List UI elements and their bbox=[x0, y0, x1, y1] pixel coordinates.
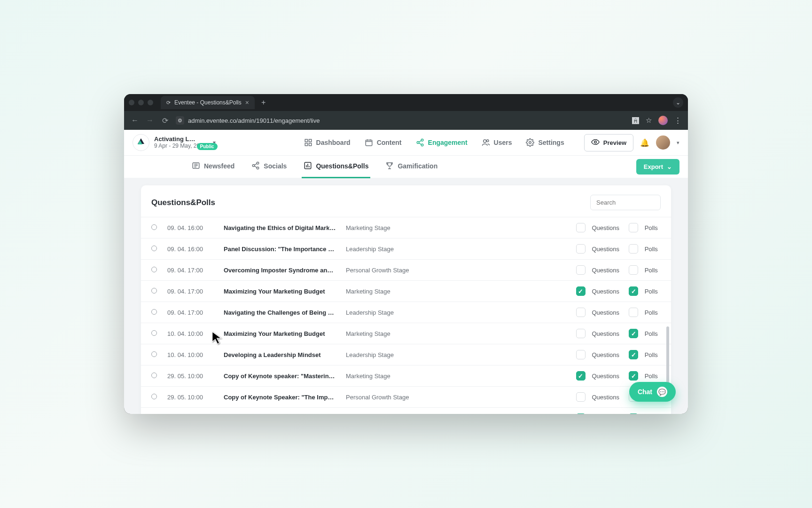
maximize-window-icon[interactable] bbox=[148, 100, 153, 105]
questions-checkbox[interactable] bbox=[576, 223, 586, 232]
questions-checkbox[interactable] bbox=[576, 308, 586, 317]
chevron-down-icon[interactable]: ▾ bbox=[677, 140, 679, 146]
event-title: Activating Lea… bbox=[154, 136, 196, 143]
table-row[interactable]: 09. 04. 17:00 Navigating the Challenges … bbox=[141, 302, 671, 323]
subnav-label: Newsfeed bbox=[204, 162, 234, 170]
row-title: Copy of Keynote Speaker: "The Impact of … bbox=[219, 387, 341, 408]
questions-label: Questions bbox=[592, 351, 619, 358]
questions-checkbox[interactable] bbox=[576, 371, 586, 381]
nav-content[interactable]: Content bbox=[365, 138, 402, 147]
tab-list-button[interactable]: ⌄ bbox=[673, 97, 683, 108]
subnav-newsfeed[interactable]: Newsfeed bbox=[190, 156, 236, 178]
sessions-table: 09. 04. 16:00 Navigating the Ethics of D… bbox=[141, 217, 671, 414]
polls-checkbox[interactable] bbox=[629, 350, 638, 359]
polls-checkbox[interactable] bbox=[629, 413, 638, 414]
close-tab-icon[interactable]: × bbox=[245, 99, 249, 106]
nav-users[interactable]: Users bbox=[482, 138, 512, 147]
polls-checkbox[interactable] bbox=[629, 244, 638, 254]
site-info-icon[interactable]: ⚙ bbox=[176, 116, 184, 125]
app-topbar: Activating Lea… 9 Apr - 29 May, 2024 ▾ P… bbox=[124, 130, 688, 155]
table-row[interactable]: 29. 05. 10:00 Copy of Keynote Speaker: "… bbox=[141, 387, 671, 408]
questions-checkbox[interactable] bbox=[576, 265, 586, 275]
browser-menu-icon[interactable]: ⋮ bbox=[674, 116, 681, 125]
row-title: Overcoming Imposter Syndrome and Buildin… bbox=[219, 260, 341, 281]
dashboard-icon bbox=[304, 138, 312, 147]
chat-button[interactable]: Chat 💬 bbox=[629, 382, 676, 402]
questions-checkbox[interactable] bbox=[576, 286, 586, 296]
svg-point-15 bbox=[257, 167, 259, 169]
questions-checkbox[interactable] bbox=[576, 392, 586, 402]
polls-label: Polls bbox=[645, 224, 658, 231]
row-radio[interactable] bbox=[151, 309, 157, 315]
url-field[interactable]: ⚙ admin.eventee.co/admin/19011/engagemen… bbox=[176, 116, 320, 125]
row-radio[interactable] bbox=[151, 224, 157, 230]
browser-tab[interactable]: ⟳ Eventee - Questions&Polls × bbox=[161, 96, 255, 109]
row-datetime: 10. 04. 10:00 bbox=[163, 344, 219, 365]
nav-engagement[interactable]: Engagement bbox=[416, 138, 468, 147]
user-avatar[interactable] bbox=[656, 135, 670, 150]
row-radio[interactable] bbox=[151, 373, 157, 378]
table-row[interactable]: 10. 04. 10:00 Developing a Leadership Mi… bbox=[141, 344, 671, 365]
table-row[interactable]: 29. 05. 10:00 Copy of Keynote Speaker: "… bbox=[141, 408, 671, 414]
reload-icon[interactable]: ⟳ bbox=[161, 116, 169, 125]
row-title: Copy of Keynote Speaker: "Leadership in … bbox=[219, 408, 341, 414]
translate-icon[interactable]: 🅰 bbox=[632, 117, 639, 125]
share-icon bbox=[251, 161, 260, 171]
svg-rect-4 bbox=[366, 140, 372, 146]
back-icon[interactable]: ← bbox=[131, 116, 139, 125]
polls-checkbox[interactable] bbox=[629, 223, 638, 232]
questions-label: Questions bbox=[592, 224, 619, 231]
row-radio[interactable] bbox=[151, 246, 157, 251]
poll-icon bbox=[304, 161, 312, 171]
table-row[interactable]: 09. 04. 17:00 Maximizing Your Marketing … bbox=[141, 281, 671, 302]
close-window-icon[interactable] bbox=[129, 100, 134, 105]
window-controls[interactable] bbox=[129, 100, 153, 105]
polls-checkbox[interactable] bbox=[629, 286, 638, 296]
polls-checkbox[interactable] bbox=[629, 329, 638, 338]
subnav-gamification[interactable]: Gamification bbox=[383, 156, 439, 178]
row-radio[interactable] bbox=[151, 394, 157, 399]
table-row[interactable]: 09. 04. 16:00 Panel Discussion: "The Imp… bbox=[141, 238, 671, 260]
search-input[interactable] bbox=[590, 195, 661, 210]
questions-label: Questions bbox=[592, 330, 619, 337]
polls-checkbox[interactable] bbox=[629, 308, 638, 317]
questions-checkbox[interactable] bbox=[576, 244, 586, 254]
notification-bell-icon[interactable]: 🔔 bbox=[640, 138, 649, 147]
row-title: Panel Discussion: "The Importance of Div… bbox=[219, 238, 341, 260]
polls-checkbox[interactable] bbox=[629, 265, 638, 275]
row-radio[interactable] bbox=[151, 267, 157, 272]
svg-rect-3 bbox=[309, 143, 311, 146]
table-row[interactable]: 10. 04. 10:00 Maximizing Your Marketing … bbox=[141, 323, 671, 344]
browser-tabbar: ⟳ Eventee - Questions&Polls × + ⌄ bbox=[124, 94, 688, 111]
table-row[interactable]: 09. 04. 17:00 Overcoming Imposter Syndro… bbox=[141, 260, 671, 281]
forward-icon[interactable]: → bbox=[146, 116, 154, 125]
polls-label: Polls bbox=[645, 288, 658, 295]
subnav-label: Gamification bbox=[398, 162, 437, 170]
table-row[interactable]: 09. 04. 16:00 Navigating the Ethics of D… bbox=[141, 217, 671, 238]
scrollbar-thumb[interactable] bbox=[666, 326, 669, 388]
questions-checkbox[interactable] bbox=[576, 329, 586, 338]
profile-avatar-icon[interactable] bbox=[658, 116, 668, 125]
questions-checkbox[interactable] bbox=[576, 350, 586, 359]
nav-label: Settings bbox=[538, 139, 564, 146]
subnav-socials[interactable]: Socials bbox=[250, 156, 289, 178]
nav-dashboard[interactable]: Dashboard bbox=[304, 138, 351, 147]
polls-checkbox[interactable] bbox=[629, 371, 638, 381]
row-radio[interactable] bbox=[151, 288, 157, 294]
row-stage: Leadership Stage bbox=[341, 302, 571, 323]
content-area: Questions&Polls 09. 04. 16:00 Navigating… bbox=[124, 178, 688, 414]
export-button[interactable]: Export ⌄ bbox=[636, 159, 679, 175]
new-tab-button[interactable]: + bbox=[258, 98, 268, 107]
preview-button[interactable]: Preview bbox=[584, 134, 633, 151]
row-datetime: 29. 05. 10:00 bbox=[163, 365, 219, 387]
bookmark-icon[interactable]: ☆ bbox=[646, 116, 652, 125]
subnav-questions-polls[interactable]: Questions&Polls bbox=[302, 156, 370, 178]
row-radio[interactable] bbox=[151, 351, 157, 357]
nav-settings[interactable]: Settings bbox=[526, 138, 564, 147]
row-radio[interactable] bbox=[151, 330, 157, 336]
table-row[interactable]: 29. 05. 10:00 Copy of Keynote speaker: "… bbox=[141, 365, 671, 387]
minimize-window-icon[interactable] bbox=[138, 100, 144, 105]
questions-checkbox[interactable] bbox=[576, 413, 586, 414]
trophy-icon bbox=[385, 161, 394, 171]
row-stage: Leadership Stage bbox=[341, 238, 571, 260]
